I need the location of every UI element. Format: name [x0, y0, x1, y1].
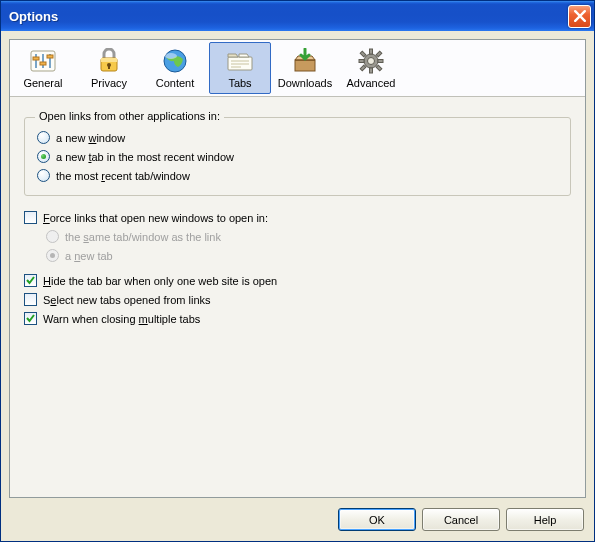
category-advanced[interactable]: Advanced — [338, 40, 404, 96]
dialog-buttons: OK Cancel Help — [9, 498, 586, 533]
category-label: Privacy — [91, 77, 127, 89]
radio-icon — [37, 131, 50, 144]
radio-label: a new tab — [65, 250, 113, 262]
category-content[interactable]: Content — [142, 40, 208, 96]
category-downloads[interactable]: Downloads — [272, 40, 338, 96]
radio-most-recent[interactable]: the most recent tab/window — [37, 166, 558, 185]
checkbox-label: Warn when closing multiple tabs — [43, 313, 200, 325]
category-label: Advanced — [347, 77, 396, 89]
svg-rect-18 — [359, 60, 364, 63]
svg-rect-10 — [108, 65, 110, 69]
category-general[interactable]: General — [10, 40, 76, 96]
svg-rect-1 — [35, 54, 37, 68]
checkbox-icon — [24, 293, 37, 306]
check-select-new-tabs[interactable]: Select new tabs opened from links — [24, 290, 571, 309]
tabs-panel: Open links from other applications in: a… — [10, 97, 585, 497]
category-label: General — [23, 77, 62, 89]
gear-icon — [355, 47, 387, 75]
close-button[interactable] — [568, 5, 591, 28]
svg-rect-6 — [47, 55, 53, 58]
download-icon — [289, 47, 321, 75]
tabs-icon — [224, 47, 256, 75]
svg-rect-14 — [295, 60, 315, 71]
options-dialog: Options — [0, 0, 595, 542]
svg-point-24 — [368, 58, 375, 65]
radio-new-tab[interactable]: a new tab in the most recent window — [37, 147, 558, 166]
titlebar: Options — [1, 1, 594, 31]
ok-button[interactable]: OK — [338, 508, 416, 531]
checkbox-icon — [24, 211, 37, 224]
svg-rect-19 — [378, 60, 383, 63]
svg-rect-21 — [376, 65, 382, 71]
radio-force-new-tab: a new tab — [46, 246, 571, 265]
radio-icon — [46, 249, 59, 262]
category-label: Tabs — [228, 77, 251, 89]
lock-icon — [93, 47, 125, 75]
group-legend: Open links from other applications in: — [35, 110, 224, 122]
svg-rect-20 — [360, 51, 366, 57]
category-label: Content — [156, 77, 195, 89]
category-privacy[interactable]: Privacy — [76, 40, 142, 96]
checkbox-label: Hide the tab bar when only one web site … — [43, 275, 277, 287]
open-links-group: Open links from other applications in: a… — [24, 117, 571, 196]
cancel-button[interactable]: Cancel — [422, 508, 500, 531]
svg-rect-16 — [370, 49, 373, 54]
radio-label: a new tab in the most recent window — [56, 151, 234, 163]
close-icon — [574, 10, 586, 22]
svg-rect-22 — [360, 65, 366, 71]
category-toolbar: General Privacy — [10, 40, 585, 97]
svg-rect-17 — [370, 68, 373, 73]
category-label: Downloads — [278, 77, 332, 89]
svg-point-12 — [165, 53, 177, 59]
svg-rect-8 — [101, 58, 117, 62]
checkbox-label: Force links that open new windows to ope… — [43, 212, 268, 224]
checkbox-label: Select new tabs opened from links — [43, 294, 211, 306]
checkbox-icon — [24, 312, 37, 325]
radio-icon — [37, 169, 50, 182]
category-tabs[interactable]: Tabs — [209, 42, 271, 94]
radio-new-window[interactable]: a new window — [37, 128, 558, 147]
radio-label: the most recent tab/window — [56, 170, 190, 182]
radio-icon — [37, 150, 50, 163]
sliders-icon — [27, 47, 59, 75]
check-warn-multiple[interactable]: Warn when closing multiple tabs — [24, 309, 571, 328]
svg-rect-23 — [376, 51, 382, 57]
radio-same-tab: the same tab/window as the link — [46, 227, 571, 246]
help-button[interactable]: Help — [506, 508, 584, 531]
window-title: Options — [9, 9, 58, 24]
radio-icon — [46, 230, 59, 243]
radio-label: a new window — [56, 132, 125, 144]
checkbox-icon — [24, 274, 37, 287]
svg-rect-4 — [33, 57, 39, 60]
radio-label: the same tab/window as the link — [65, 231, 221, 243]
globe-icon — [159, 47, 191, 75]
check-hide-tab-bar[interactable]: Hide the tab bar when only one web site … — [24, 271, 571, 290]
svg-rect-5 — [40, 62, 46, 65]
svg-rect-2 — [42, 54, 44, 68]
check-force-links[interactable]: Force links that open new windows to ope… — [24, 208, 571, 227]
